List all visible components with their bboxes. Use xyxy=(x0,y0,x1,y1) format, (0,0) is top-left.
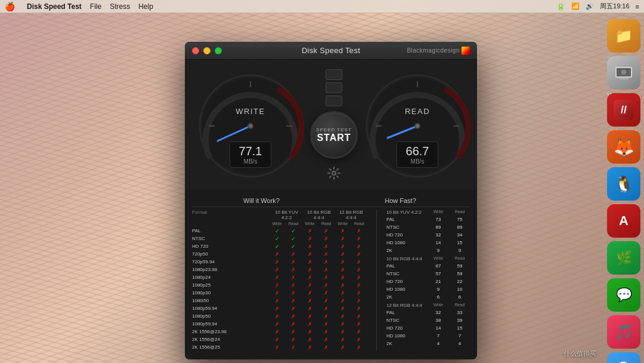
table-row: 1080p59.94✗✗✗✗✗✗ xyxy=(192,320,367,328)
write-value: 77.1 xyxy=(236,144,265,158)
svg-point-10 xyxy=(249,124,252,128)
table-row: 2K 1556@24✗✗✗✗✗✗ xyxy=(192,336,367,343)
wechat-icon[interactable]: 💬 xyxy=(607,278,640,312)
window-controls xyxy=(192,47,222,54)
apple-menu[interactable]: 🍎 xyxy=(5,2,15,11)
write-unit: MB/s xyxy=(236,158,265,165)
how-fast-title: How Fast? xyxy=(331,197,470,204)
dock-item-samsung[interactable]: 📁 samsung_os x xyxy=(607,19,640,53)
gear-icon[interactable] xyxy=(327,166,341,183)
svg-point-18 xyxy=(416,124,419,128)
brand-name: Blackmagicdesign xyxy=(407,47,460,54)
hf-row: NTSC5759 xyxy=(386,270,470,278)
hf-row: PAL7375 xyxy=(386,216,470,223)
blackmagic-logo: Blackmagicdesign xyxy=(407,47,470,55)
table-row: 2K 1556@25✗✗✗✗✗✗ xyxy=(192,343,367,351)
read-unit: MB/s xyxy=(403,158,432,165)
start-text-small: SPEED TEST xyxy=(316,127,352,133)
table-row: 1080p25✗✗✗✗✗✗ xyxy=(192,281,367,289)
table-row: 720p50✗✗✗✗✗✗ xyxy=(192,250,367,258)
data-tables: Format 10 Bit YUV 4:2:2 10 Bit RGB 4:4:4… xyxy=(192,210,470,351)
dock-item-firefox[interactable]: 🦊 xyxy=(607,130,640,164)
hf-row: 2K66 xyxy=(386,293,470,301)
hf-row: 2K99 xyxy=(386,247,470,254)
read-label: READ xyxy=(405,107,430,116)
table-row: 720p59.94✗✗✗✗✗✗ xyxy=(192,258,367,266)
dock-item-appstore[interactable]: 🅐 xyxy=(607,352,640,363)
table-row: PAL✓✓✗✗✗✗ xyxy=(192,227,367,235)
samsung-icon[interactable]: 📁 xyxy=(607,19,640,53)
hf-row: NTSC3839 xyxy=(386,316,470,324)
table-row: 2K 1556@23.98✗✗✗✗✗✗ xyxy=(192,328,367,336)
music-icon[interactable]: 🎵 xyxy=(607,315,640,349)
hf-row: PAL3233 xyxy=(386,309,470,316)
close-button[interactable] xyxy=(192,47,199,54)
qq-icon[interactable]: 🐧 xyxy=(607,167,640,201)
hf-row: HD 7201415 xyxy=(386,324,470,332)
parallels-icon[interactable]: // xyxy=(607,93,640,127)
format-buttons xyxy=(326,69,342,106)
hf-row: HD 1080910 xyxy=(386,285,470,293)
svg-point-3 xyxy=(621,70,626,75)
dock-item-music[interactable]: 🎵 xyxy=(607,315,640,349)
wifi-icon: 📶 xyxy=(571,2,580,10)
window-title: Disk Speed Test xyxy=(302,46,360,55)
read-value: 66.7 xyxy=(403,144,432,158)
red-app-icon[interactable]: A xyxy=(607,204,640,238)
table-divider xyxy=(376,210,377,351)
watermark-text: 什么值得买 xyxy=(564,350,596,357)
read-gauge: READ 66.7 MB/s xyxy=(364,72,471,180)
table-section: Will it Work? How Fast? Format 10 Bit YU… xyxy=(185,190,477,359)
how-fast-table: 10 Bit YUV 4:2:2 Write Read PAL7375 NTSC… xyxy=(386,210,470,351)
svg-point-11 xyxy=(332,171,336,175)
table-row: 1080p50✗✗✗✗✗✗ xyxy=(192,312,367,320)
will-it-work-table: Format 10 Bit YUV 4:2:2 10 Bit RGB 4:4:4… xyxy=(192,210,367,351)
desktop: 🍎 Disk Speed Test File Stress Help 🔋 📶 🔊… xyxy=(0,0,644,363)
dock-item-red[interactable]: A xyxy=(607,204,640,238)
hf-row: PAL6759 xyxy=(386,262,470,270)
section-titles-row: Will it Work? How Fast? xyxy=(192,195,470,207)
maximize-button[interactable] xyxy=(215,47,222,54)
start-text-main: START xyxy=(317,133,351,143)
battery-icon: 🔋 xyxy=(556,2,565,11)
write-gauge: WRITE 77.1 MB/s xyxy=(197,72,304,180)
gauges-section: WRITE 77.1 MB/s SPEED TEST START xyxy=(185,60,477,190)
format-btn-2[interactable] xyxy=(326,82,342,93)
menu-extras[interactable]: ≡ xyxy=(636,3,639,10)
svg-rect-2 xyxy=(619,78,628,79)
dock-right: 📁 samsung_os x Macintosh HD // Win xyxy=(603,13,644,363)
table-row: 1080i50✗✗✗✗✗✗ xyxy=(192,297,367,304)
firefox-icon[interactable]: 🦊 xyxy=(607,130,640,164)
dock-item-parallels[interactable]: // Windows 7 xyxy=(607,93,640,127)
hf-row: NTSC8989 xyxy=(386,223,470,231)
macintoshhd-icon[interactable] xyxy=(607,56,640,90)
green-app-icon[interactable]: 🌿 xyxy=(607,241,640,275)
menubar-stress[interactable]: Stress xyxy=(110,2,130,11)
center-controls: SPEED TEST START xyxy=(310,69,358,183)
menubar-app-name[interactable]: Disk Speed Test xyxy=(27,2,82,11)
write-label: WRITE xyxy=(236,107,265,116)
hf-row: HD 7202122 xyxy=(386,278,470,285)
dock-item-wechat[interactable]: 💬 xyxy=(607,278,640,312)
format-btn-3[interactable] xyxy=(326,96,342,106)
format-btn-1[interactable] xyxy=(326,69,342,80)
app-window: Disk Speed Test Blackmagicdesign xyxy=(185,42,477,359)
hf-row: HD 7203234 xyxy=(386,231,470,239)
appstore-icon[interactable]: 🅐 xyxy=(607,352,640,363)
table-row: 1080p59.94✗✗✗✗✗✗ xyxy=(192,304,367,312)
table-row: 1080p23.98✗✗✗✗✗✗ xyxy=(192,266,367,273)
minimize-button[interactable] xyxy=(203,47,210,54)
watermark: 什么值得买 xyxy=(564,349,596,358)
dock-item-macintoshhd[interactable]: Macintosh HD xyxy=(607,56,640,90)
start-button[interactable]: SPEED TEST START xyxy=(310,111,358,159)
menubar-left: 🍎 Disk Speed Test File Stress Help xyxy=(5,2,153,11)
menubar-help[interactable]: Help xyxy=(138,2,153,11)
window-titlebar: Disk Speed Test Blackmagicdesign xyxy=(185,42,477,60)
menubar-file[interactable]: File xyxy=(90,2,101,11)
menubar: 🍎 Disk Speed Test File Stress Help 🔋 📶 🔊… xyxy=(0,0,644,13)
dock-item-qq[interactable]: 🐧 xyxy=(607,167,640,201)
dock-item-green[interactable]: 🌿 xyxy=(607,241,640,275)
read-value-box: 66.7 MB/s xyxy=(397,141,438,168)
will-it-work-title: Will it Work? xyxy=(192,197,331,204)
table-row: NTSC✓✓✗✗✗✗ xyxy=(192,235,367,242)
